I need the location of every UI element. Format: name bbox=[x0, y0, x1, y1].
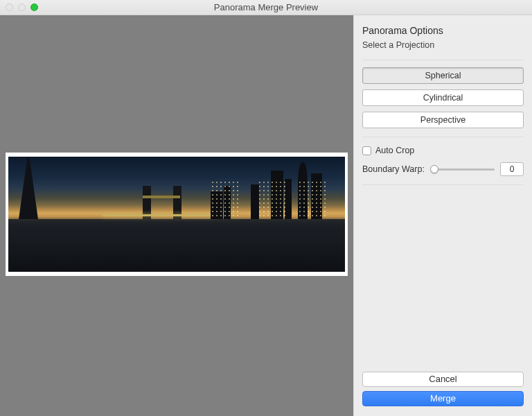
preview-area bbox=[0, 15, 353, 416]
projection-cylindrical-button[interactable]: Cylindrical bbox=[362, 89, 524, 106]
titlebar: Panorama Merge Preview bbox=[0, 0, 532, 15]
boundary-warp-slider[interactable] bbox=[430, 164, 495, 174]
city-lights bbox=[258, 180, 285, 219]
panel-heading: Panorama Options bbox=[362, 25, 524, 36]
minimize-icon[interactable] bbox=[18, 3, 26, 11]
tower-bridge-road bbox=[103, 214, 217, 216]
city-lights bbox=[298, 180, 326, 219]
zoom-icon[interactable] bbox=[30, 3, 38, 11]
projection-perspective-button[interactable]: Perspective bbox=[362, 112, 524, 128]
window-controls bbox=[6, 3, 38, 11]
water bbox=[8, 219, 345, 272]
divider bbox=[362, 60, 524, 60]
cancel-button[interactable]: Cancel bbox=[362, 372, 524, 387]
panel-subheading: Select a Projection bbox=[362, 40, 524, 50]
building-shard bbox=[19, 157, 38, 219]
options-panel: Panorama Options Select a Projection Sph… bbox=[353, 15, 532, 416]
slider-thumb[interactable] bbox=[430, 165, 438, 173]
auto-crop-row: Auto Crop bbox=[362, 146, 524, 155]
tower-bridge-span bbox=[143, 196, 179, 198]
building bbox=[285, 179, 292, 219]
divider bbox=[362, 184, 524, 185]
window-title: Panorama Merge Preview bbox=[0, 2, 532, 12]
panorama-canvas bbox=[6, 153, 348, 276]
boundary-warp-value[interactable]: 0 bbox=[500, 162, 524, 176]
spacer bbox=[362, 192, 524, 367]
slider-track bbox=[430, 168, 495, 171]
panorama-image bbox=[8, 157, 345, 272]
divider bbox=[362, 137, 524, 137]
boundary-warp-row: Boundary Warp: 0 bbox=[362, 162, 524, 176]
boundary-warp-label: Boundary Warp: bbox=[362, 164, 425, 174]
auto-crop-label: Auto Crop bbox=[375, 146, 414, 155]
content: Panorama Options Select a Projection Sph… bbox=[0, 15, 532, 416]
merge-button[interactable]: Merge bbox=[362, 391, 524, 406]
auto-crop-checkbox[interactable] bbox=[362, 146, 371, 155]
close-icon[interactable] bbox=[6, 3, 13, 11]
projection-spherical-button[interactable]: Spherical bbox=[362, 67, 524, 84]
city-lights bbox=[211, 180, 238, 219]
